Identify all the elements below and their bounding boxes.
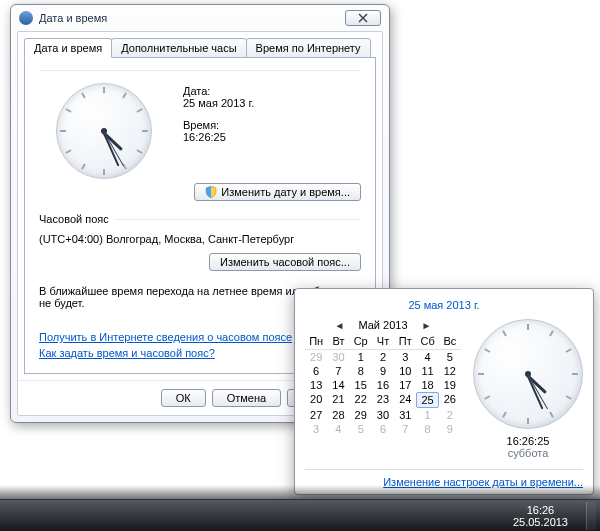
date-value: 25 мая 2013 г.	[183, 97, 254, 109]
window-title: Дата и время	[39, 12, 345, 24]
show-desktop-button[interactable]	[586, 502, 596, 530]
tray-date: 25.05.2013	[513, 516, 568, 528]
titlebar[interactable]: Дата и время	[11, 5, 389, 31]
cal-day[interactable]: 2	[372, 350, 394, 364]
cal-weekday: Пт	[394, 335, 416, 350]
cal-day[interactable]: 6	[372, 422, 394, 436]
cal-day[interactable]: 30	[327, 350, 349, 364]
time-value: 16:26:25	[183, 131, 254, 143]
cal-day[interactable]: 3	[394, 350, 416, 364]
clock-icon	[19, 11, 33, 25]
close-button[interactable]	[345, 10, 381, 26]
tabstrip: Дата и время Дополнительные часы Время п…	[18, 32, 382, 58]
cal-day[interactable]: 16	[372, 378, 394, 392]
cal-weekday: Пн	[305, 335, 327, 350]
cancel-button[interactable]: Отмена	[212, 389, 281, 407]
cal-day[interactable]: 1	[350, 350, 372, 364]
cal-day[interactable]: 28	[327, 408, 349, 422]
tab-internet-time[interactable]: Время по Интернету	[246, 38, 371, 58]
cal-month-title: Май 2013	[358, 319, 407, 331]
system-tray: 16:26 25.05.2013	[507, 502, 596, 530]
cal-day[interactable]: 29	[305, 350, 327, 364]
cal-day[interactable]: 21	[327, 392, 349, 408]
time-label: Время:	[183, 119, 254, 131]
change-timezone-button[interactable]: Изменить часовой пояс...	[209, 253, 361, 271]
timezone-value: (UTC+04:00) Волгоград, Москва, Санкт-Пет…	[39, 233, 361, 245]
popup-dayofweek: суббота	[508, 447, 549, 459]
cal-day[interactable]: 23	[372, 392, 394, 408]
cal-day[interactable]: 12	[439, 364, 461, 378]
cal-day[interactable]: 14	[327, 378, 349, 392]
shield-icon	[205, 186, 217, 198]
calendar: ◄ Май 2013 ► ПнВтСрЧтПтСбВс2930123456789…	[305, 319, 461, 459]
cal-day[interactable]: 30	[372, 408, 394, 422]
calendar-grid: ПнВтСрЧтПтСбВс29301234567891011121314151…	[305, 335, 461, 436]
cal-day[interactable]: 8	[416, 422, 438, 436]
cal-day[interactable]: 20	[305, 392, 327, 408]
cal-day[interactable]: 7	[327, 364, 349, 378]
cal-day[interactable]: 10	[394, 364, 416, 378]
timezone-label: Часовой пояс	[39, 213, 109, 225]
cal-day[interactable]: 22	[350, 392, 372, 408]
cal-day[interactable]: 11	[416, 364, 438, 378]
ok-button[interactable]: ОК	[161, 389, 206, 407]
cal-weekday: Чт	[372, 335, 394, 350]
cal-day[interactable]: 9	[439, 422, 461, 436]
cal-day[interactable]: 2	[439, 408, 461, 422]
cal-day[interactable]: 27	[305, 408, 327, 422]
cal-day[interactable]: 7	[394, 422, 416, 436]
cal-day[interactable]: 4	[416, 350, 438, 364]
cal-next-button[interactable]: ►	[418, 320, 436, 331]
tab-additional-clocks[interactable]: Дополнительные часы	[111, 38, 246, 58]
tab-date-time[interactable]: Дата и время	[24, 38, 112, 58]
tray-time: 16:26	[513, 504, 568, 516]
cal-day[interactable]: 6	[305, 364, 327, 378]
cal-day[interactable]: 13	[305, 378, 327, 392]
cal-day[interactable]: 25	[416, 392, 438, 408]
tray-datetime-popup: 25 мая 2013 г. ◄ Май 2013 ► ПнВтСрЧтПтСб…	[294, 288, 594, 495]
analog-clock	[56, 83, 152, 179]
cal-day[interactable]: 4	[327, 422, 349, 436]
cal-day[interactable]: 15	[350, 378, 372, 392]
cal-day[interactable]: 3	[305, 422, 327, 436]
cal-day[interactable]: 5	[439, 350, 461, 364]
tray-clock[interactable]: 16:26 25.05.2013	[507, 502, 574, 530]
popup-date: 25 мая 2013 г.	[305, 299, 583, 311]
taskbar: 16:26 25.05.2013	[0, 499, 600, 531]
cal-weekday: Вс	[439, 335, 461, 350]
cal-day[interactable]: 31	[394, 408, 416, 422]
date-label: Дата:	[183, 85, 254, 97]
change-datetime-button[interactable]: Изменить дату и время...	[194, 183, 361, 201]
cal-prev-button[interactable]: ◄	[331, 320, 349, 331]
analog-clock-tray	[473, 319, 583, 429]
cal-day[interactable]: 29	[350, 408, 372, 422]
cal-weekday: Вт	[327, 335, 349, 350]
cal-day[interactable]: 1	[416, 408, 438, 422]
cal-day[interactable]: 19	[439, 378, 461, 392]
cal-day[interactable]: 8	[350, 364, 372, 378]
cal-day[interactable]: 26	[439, 392, 461, 408]
cal-day[interactable]: 5	[350, 422, 372, 436]
cal-day[interactable]: 24	[394, 392, 416, 408]
cal-weekday: Сб	[416, 335, 438, 350]
cal-day[interactable]: 17	[394, 378, 416, 392]
popup-time: 16:26:25	[507, 435, 550, 447]
cal-weekday: Ср	[350, 335, 372, 350]
cal-day[interactable]: 9	[372, 364, 394, 378]
cal-day[interactable]: 18	[416, 378, 438, 392]
